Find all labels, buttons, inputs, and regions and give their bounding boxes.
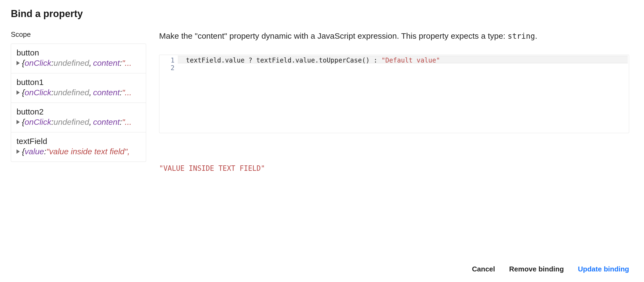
expand-triangle-icon[interactable] <box>17 120 20 124</box>
code-token: "Default value" <box>381 57 440 64</box>
dialog-content: Scope button{onClick: undefined,content:… <box>0 30 644 172</box>
prop-value: "value inside text field", <box>46 147 130 156</box>
evaluation-result: "VALUE INSIDE TEXT FIELD" <box>159 164 629 172</box>
scope-item-button1[interactable]: button1{onClick: undefined,content: "... <box>11 73 146 103</box>
line-number: 2 <box>159 64 175 72</box>
update-binding-button[interactable]: Update binding <box>578 265 629 273</box>
scope-item-preview: {onClick: undefined,content: "... <box>17 88 140 97</box>
scope-panel: Scope button{onClick: undefined,content:… <box>11 30 146 162</box>
code-editor[interactable]: 12 textField.value ? textField.value.toU… <box>159 55 629 133</box>
code-line[interactable]: textField.value ? textField.value.toUppe… <box>186 57 626 64</box>
prop-colon: : <box>51 117 53 127</box>
prop-key: onClick <box>25 117 51 127</box>
scope-item-preview: {onClick: undefined,content: "... <box>17 58 140 68</box>
prop-key: content <box>93 88 120 97</box>
scope-item-button2[interactable]: button2{onClick: undefined,content: "... <box>11 103 146 132</box>
prop-value: undefined <box>54 117 89 127</box>
scope-item-preview: {value: "value inside text field", <box>17 147 140 156</box>
scope-item-name: button1 <box>17 78 140 87</box>
brace-open: { <box>22 58 25 68</box>
prop-value: "... <box>122 117 132 127</box>
scope-item-name: button <box>17 48 140 57</box>
prop-key: onClick <box>25 58 51 68</box>
scope-item-textField[interactable]: textField{value: "value inside text fiel… <box>11 132 146 162</box>
scope-item-preview: {onClick: undefined,content: "... <box>17 117 140 127</box>
prop-value: "... <box>122 88 132 97</box>
prop-comma: , <box>89 117 91 127</box>
prop-key: onClick <box>25 88 51 97</box>
prop-value: "... <box>122 58 132 68</box>
line-number: 1 <box>159 57 175 64</box>
instruction-prefix: Make the "content" property dynamic with… <box>159 31 508 40</box>
prop-key: content <box>93 117 120 127</box>
remove-binding-button[interactable]: Remove binding <box>509 265 564 273</box>
scope-item-name: button2 <box>17 107 140 116</box>
editor-gutter: 12 <box>159 55 178 133</box>
prop-comma: , <box>89 58 91 68</box>
scope-item-button[interactable]: button{onClick: undefined,content: "... <box>11 44 146 73</box>
scope-label: Scope <box>11 30 146 39</box>
expand-triangle-icon[interactable] <box>17 149 20 154</box>
prop-comma: , <box>89 88 91 97</box>
code-token: textField.value ? textField.value.toUppe… <box>186 57 381 64</box>
prop-colon: : <box>120 88 122 97</box>
dialog-title: Bind a property <box>11 8 644 19</box>
expand-triangle-icon[interactable] <box>17 61 20 65</box>
instruction-text: Make the "content" property dynamic with… <box>159 30 629 42</box>
brace-open: { <box>22 147 25 156</box>
prop-value: undefined <box>54 88 89 97</box>
editor-code-area[interactable]: textField.value ? textField.value.toUppe… <box>178 55 629 133</box>
prop-colon: : <box>120 58 122 68</box>
prop-colon: : <box>51 88 53 97</box>
expand-triangle-icon[interactable] <box>17 90 20 95</box>
prop-key: value <box>25 147 44 156</box>
prop-colon: : <box>51 58 53 68</box>
scope-list: button{onClick: undefined,content: "...b… <box>11 44 146 162</box>
scope-item-name: textField <box>17 137 140 146</box>
cancel-button[interactable]: Cancel <box>472 265 495 273</box>
prop-colon: : <box>120 117 122 127</box>
prop-colon: : <box>44 147 46 156</box>
instruction-type-code: string <box>508 32 535 41</box>
prop-value: undefined <box>54 58 89 68</box>
editor-panel: Make the "content" property dynamic with… <box>146 30 644 172</box>
prop-key: content <box>93 58 120 68</box>
brace-open: { <box>22 117 25 127</box>
instruction-suffix: . <box>535 31 537 40</box>
dialog-footer: Cancel Remove binding Update binding <box>472 265 629 273</box>
brace-open: { <box>22 88 25 97</box>
